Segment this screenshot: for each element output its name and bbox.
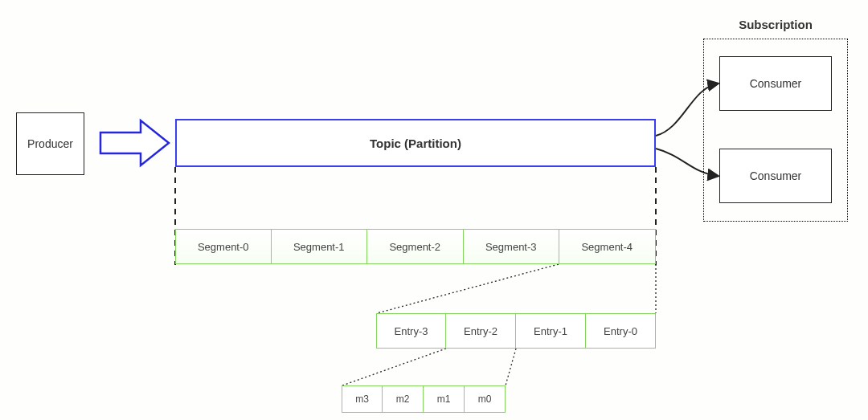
- segments-row: Segment-0 Segment-1 Segment-2 Segment-3 …: [175, 229, 656, 264]
- entry-box: Entry-3: [376, 313, 446, 349]
- entries-row: Entry-3 Entry-2 Entry-1 Entry-0: [376, 313, 656, 349]
- topic-label: Topic (Partition): [370, 137, 461, 150]
- consumer-box-2: Consumer: [719, 149, 832, 203]
- message-box: m0: [465, 385, 506, 413]
- entry-label: Entry-3: [395, 325, 428, 337]
- segment-label: Segment-2: [389, 241, 440, 253]
- subscription-title: Subscription: [703, 18, 848, 31]
- topic-partition-box: Topic (Partition): [175, 119, 656, 167]
- message-box: m3: [342, 385, 383, 413]
- message-label: m2: [396, 393, 410, 405]
- proj-entry2-right-to-messages: [506, 349, 516, 385]
- entry-label: Entry-2: [464, 325, 497, 337]
- consumer-box-1: Consumer: [719, 56, 832, 111]
- segment-label: Segment-0: [198, 241, 249, 253]
- proj-entry2-left-to-messages: [342, 349, 446, 385]
- entry-box: Entry-2: [446, 313, 516, 349]
- segment-box: Segment-1: [272, 229, 368, 264]
- segment-box: Segment-3: [464, 229, 560, 264]
- segment-box: Segment-4: [559, 229, 656, 264]
- message-label: m0: [478, 393, 492, 405]
- consumer-2-label: Consumer: [750, 169, 802, 182]
- segment-box: Segment-0: [175, 229, 272, 264]
- producer-box: Producer: [16, 112, 84, 175]
- messages-row: m3 m2 m1 m0: [342, 385, 506, 413]
- message-box: m1: [424, 385, 465, 413]
- entry-label: Entry-1: [534, 325, 567, 337]
- message-label: m1: [437, 393, 451, 405]
- entry-label: Entry-0: [604, 325, 637, 337]
- message-label: m3: [355, 393, 369, 405]
- entry-box: Entry-0: [586, 313, 656, 349]
- entry-box: Entry-1: [516, 313, 586, 349]
- producer-label: Producer: [27, 137, 73, 150]
- segment-label: Segment-3: [485, 241, 537, 253]
- consumer-1-label: Consumer: [750, 77, 802, 90]
- segment-label: Segment-4: [581, 241, 633, 253]
- arrow-producer-to-topic: [100, 120, 169, 165]
- segment-label: Segment-1: [293, 241, 345, 253]
- message-box: m2: [383, 385, 424, 413]
- segment-box: Segment-2: [367, 229, 464, 264]
- proj-seg4-left-to-entries: [377, 264, 559, 313]
